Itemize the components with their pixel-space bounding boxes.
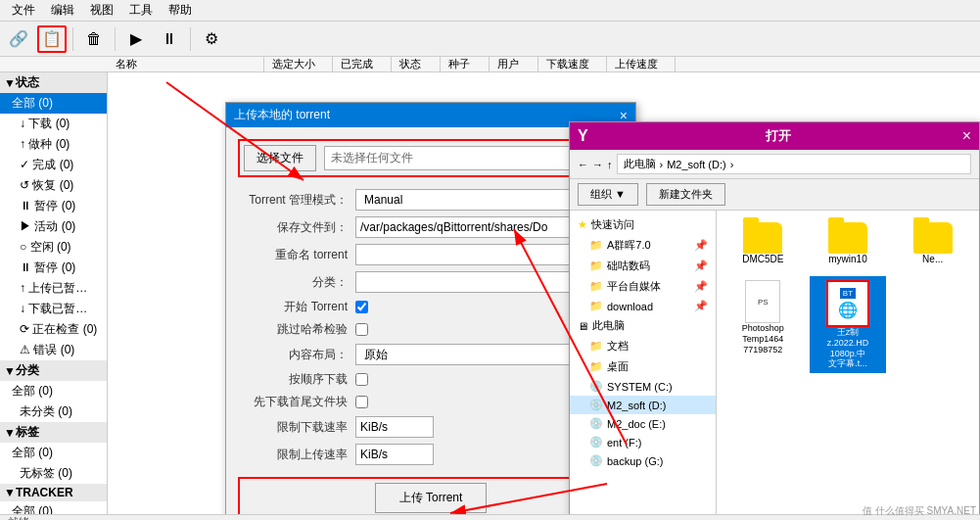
tree-download[interactable]: 📁 download 📌 [570,297,716,315]
arrow-icon-tracker: ▼ [4,486,16,499]
col-dl-speed[interactable]: 下载速度 [538,57,607,71]
sidebar-item-notag[interactable]: 无标签 (0) [0,463,107,484]
firstlast-checkbox[interactable] [355,396,368,408]
file-dialog-titlebar: Y 打开 × [570,122,979,150]
start-torrent-row: 开始 Torrent [238,299,624,315]
file-label-photoshop: PhotoshopTemp146477198752 [742,323,784,355]
folder-icon-2: 📁 [589,260,603,272]
toolbar-separator-2 [115,27,116,51]
breadcrumb-bar: 此电脑 › M2_soft (D:) › [617,154,972,174]
file-item-dmc5de[interactable]: DMC5DE [724,218,802,268]
up-icon[interactable]: ↑ [607,159,613,170]
sidebar-item-tracker-all[interactable]: 全部 (0) [0,501,107,514]
sidebar-item-complete[interactable]: ✓ 完成 (0) [0,155,107,175]
file-grid: DMC5DE mywin10 Ne... [717,211,979,514]
sidebar-item-cat-all[interactable]: 全部 (0) [0,381,107,402]
menu-file[interactable]: 文件 [4,0,43,21]
file-dialog-icon: Y [578,127,588,145]
ul-limit-label: 限制上传速率 [238,447,355,463]
sidebar-group-tracker[interactable]: ▼TRACKER [0,484,107,501]
sidebar-item-download[interactable]: ↓ 下载 (0) [0,114,107,134]
sidebar-item-checking[interactable]: ⟳ 正在检查 (0) [0,319,107,340]
dl-limit-label: 限制下载速率 [238,419,355,436]
file-item-photoshop[interactable]: PS PhotoshopTemp146477198752 [724,276,802,373]
back-icon[interactable]: ← [578,159,588,170]
file-dialog-close-button[interactable]: × [962,127,971,145]
sidebar-group-tag[interactable]: ▼标签 [0,422,107,443]
col-name[interactable]: 名称 [108,57,264,71]
sidebar-item-upload-paused[interactable]: ↑ 上传已暂停 (0) [0,278,107,299]
sidebar-item-seed[interactable]: ↑ 做种 (0) [0,134,107,155]
skip-hash-checkbox[interactable] [355,323,368,336]
sidebar-item-uncat[interactable]: 未分类 (0) [0,402,107,422]
tree-drive-e[interactable]: 💿 M2_doc (E:) [570,414,716,433]
tree-drive-f[interactable]: 💿 ent (F:) [570,433,716,451]
file-label-bt: 王z制z.2022.HD1080p.中文字幕.t... [827,327,869,369]
file-item-mywin10[interactable]: mywin10 [810,218,887,268]
forward-icon[interactable]: → [592,159,603,170]
tree-desktop[interactable]: 📁 桌面 [570,356,716,377]
menu-help[interactable]: 帮助 [161,0,200,21]
sidebar-item-paused[interactable]: ⏸ 暂停 (0) [0,196,107,216]
add-torrent-button[interactable]: 📋 [37,25,67,53]
start-button[interactable]: ▶ [121,25,151,53]
tree-a-qunhui[interactable]: 📁 A群晖7.0 📌 [570,235,716,256]
sequential-checkbox[interactable] [355,373,368,386]
sidebar-item-all[interactable]: 全部 (0) [0,93,107,114]
menu-tools[interactable]: 工具 [121,0,161,21]
pause-button[interactable]: ⏸ [155,25,184,53]
folder-icon-mywin10 [828,222,867,254]
breadcrumb-pc[interactable]: 此电脑 [624,157,656,171]
sidebar-item-paused2[interactable]: ⏸ 暂停 (0) [0,258,107,278]
drive-icon-d: 💿 [589,399,603,411]
tree-chugu[interactable]: 📁 础咕数码 📌 [570,256,716,276]
sidebar-item-active[interactable]: ▶ 活动 (0) [0,216,107,237]
sidebar-group-status[interactable]: ▼状态 [0,72,107,93]
file-label-dmc5de: DMC5DE [742,254,783,264]
sidebar-item-tag-all[interactable]: 全部 (0) [0,443,107,463]
col-status[interactable]: 状态 [392,57,441,71]
dl-limit-input[interactable] [355,416,434,438]
main-layout: ▼状态 全部 (0) ↓ 下载 (0) ↑ 做种 (0) ✓ 完成 (0) ↺ … [0,72,980,514]
sidebar-item-error[interactable]: ⚠ 错误 (0) [0,340,107,360]
new-folder-button[interactable]: 新建文件夹 [646,183,725,206]
drive-icon-f: 💿 [589,436,603,449]
sidebar-group-category[interactable]: ▼分类 [0,360,107,381]
tree-drive-c[interactable]: 💿 SYSTEM (C:) [570,377,716,396]
folder-icon-dmc5de [743,222,782,254]
delete-button[interactable]: 🗑 [79,25,109,53]
organize-button[interactable]: 组织 ▼ [578,183,638,206]
sidebar-item-resume[interactable]: ↺ 恢复 (0) [0,175,107,196]
col-done[interactable]: 已完成 [333,57,392,71]
ul-limit-input[interactable] [355,444,434,465]
start-torrent-label: 开始 Torrent [238,299,355,315]
col-ul-speed[interactable]: 上传速度 [607,57,676,71]
tree-drive-g[interactable]: 💿 backup (G:) [570,451,716,470]
col-users[interactable]: 用户 [490,57,538,71]
menu-edit[interactable]: 编辑 [43,0,82,21]
tree-drive-d[interactable]: 💿 M2_soft (D:) [570,396,716,414]
file-item-ne[interactable]: Ne... [894,218,971,268]
pin-icon-dl: 📌 [694,300,708,312]
bt-badge: BT [840,288,856,299]
add-link-button[interactable]: 🔗 [4,25,33,53]
settings-button[interactable]: ⚙ [197,25,226,53]
tree-quick-access[interactable]: ★ 快速访问 [570,214,716,235]
file-item-bt[interactable]: BT 🌐 王z制z.2022.HD1080p.中文字幕.t... [810,276,887,373]
tree-docs[interactable]: 📁 文档 [570,336,716,356]
col-size[interactable]: 选定大小 [264,57,333,71]
start-torrent-checkbox[interactable] [355,301,368,313]
breadcrumb-sep1: › [660,159,664,170]
arrow-icon: ▼ [4,76,16,90]
file-select-button[interactable]: 选择文件 [244,145,316,171]
upload-torrent-button[interactable]: 上传 Torrent [375,483,488,513]
sidebar-item-dl-paused[interactable]: ↓ 下载已暂停 (0) [0,299,107,319]
breadcrumb-d[interactable]: M2_soft (D:) [667,159,726,170]
torrent-manage-label: Torrent 管理模式： [238,192,355,209]
col-seeds[interactable]: 种子 [441,57,490,71]
sidebar-item-idle[interactable]: ○ 空闲 (0) [0,237,107,258]
tree-platform[interactable]: 📁 平台自媒体 📌 [570,276,716,297]
tree-this-pc[interactable]: 🖥 此电脑 [570,315,716,336]
file-label-mywin10: mywin10 [828,254,866,264]
menu-view[interactable]: 视图 [82,0,121,21]
